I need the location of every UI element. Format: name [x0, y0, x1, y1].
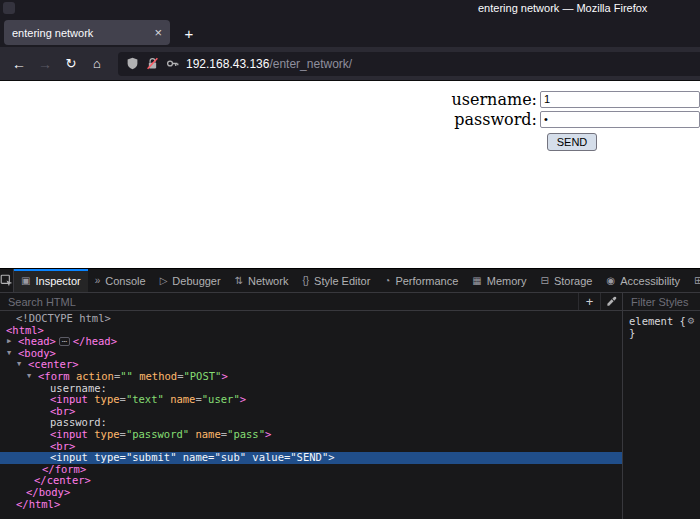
insecure-lock-icon[interactable] — [146, 57, 159, 70]
devtools-tab-label: Performance — [395, 275, 458, 287]
rule-closing-brace: } — [629, 327, 694, 339]
markup-row[interactable]: </form> — [0, 464, 622, 476]
markup-row[interactable]: </center> — [0, 475, 622, 487]
markup-row[interactable]: </html> — [0, 499, 622, 511]
devtools-tab-network[interactable]: ⇅Network — [228, 269, 296, 292]
devtools-tab-debugger[interactable]: ▷Debugger — [153, 269, 228, 292]
filter-styles-box[interactable]: Filter Styles — [623, 293, 700, 310]
markup-token-tag: > — [265, 428, 271, 440]
login-form: username: password: SEND — [444, 89, 700, 151]
password-input[interactable] — [540, 111, 700, 128]
password-label: password: — [454, 110, 537, 129]
inspector-toolbar: Search HTML + Filter Styles — [0, 293, 700, 311]
markup-token-val: "" — [120, 370, 133, 382]
username-input[interactable] — [540, 91, 700, 108]
markup-row[interactable]: <input type="submit" name="sub" value="S… — [0, 452, 622, 464]
markup-token-val: "SEND" — [290, 451, 328, 463]
devtools-tab-label: Inspector — [35, 275, 80, 287]
expander-open-icon[interactable]: ▼ — [7, 348, 11, 360]
key-icon[interactable] — [166, 57, 179, 70]
markup-row[interactable]: ▼<body> — [0, 348, 622, 360]
devtools-tab-application[interactable]: ⊞Application — [687, 269, 700, 292]
accessibility-icon: ◉ — [606, 275, 615, 286]
markup-token-val: "POST" — [183, 370, 221, 382]
markup-token-attr: action — [76, 370, 114, 382]
markup-token-attr: name — [195, 428, 220, 440]
markup-token-attr: type — [94, 393, 119, 405]
inspector-icon: ▣ — [21, 275, 30, 286]
markup-row[interactable]: <!DOCTYPE html> — [0, 313, 622, 325]
application-icon: ⊞ — [694, 275, 700, 286]
add-node-button[interactable]: + — [578, 293, 600, 310]
settings-gear-icon[interactable]: ⚙ — [687, 314, 694, 327]
password-row: password: — [444, 109, 700, 129]
markup-token-ellipsis: ⋯ — [59, 337, 70, 346]
markup-token-tag: > — [240, 393, 246, 405]
devtools-tab-accessibility[interactable]: ◉Accessibility — [599, 269, 687, 292]
devtools-tab-label: Accessibility — [620, 275, 680, 287]
devtools-tab-label: Debugger — [172, 275, 220, 287]
markup-token-tag: </center> — [34, 474, 91, 486]
markup-row[interactable]: </body> — [0, 487, 622, 499]
expander-open-icon[interactable]: ▼ — [17, 359, 21, 371]
markup-token-attr: type — [94, 451, 119, 463]
markup-token-tag: <body> — [18, 347, 56, 359]
markup-token-val: "user" — [202, 393, 240, 405]
devtools-tab-inspector[interactable]: ▣Inspector — [14, 269, 88, 292]
forward-button[interactable]: → — [34, 56, 56, 72]
devtools-tab-performance[interactable]: ◔Performance — [377, 269, 465, 292]
tab-close-icon[interactable]: × — [148, 25, 162, 40]
expander-collapsed-icon[interactable]: ▶ — [7, 336, 11, 348]
markup-token-tag: > — [328, 451, 334, 463]
markup-token-attr: method — [139, 370, 177, 382]
window-titlebar: entering network — Mozilla Firefox — [0, 0, 700, 17]
devtools-tab-console[interactable]: »Console — [88, 269, 153, 292]
markup-token-tag: </head> — [73, 335, 117, 347]
devtools-tab-memory[interactable]: ▦Memory — [465, 269, 533, 292]
network-icon: ⇅ — [235, 275, 243, 286]
devtools-tab-storage[interactable]: ⊟Storage — [534, 269, 600, 292]
markup-token-tag: </html> — [16, 498, 60, 510]
markup-token-tag: <head> — [18, 335, 56, 347]
home-button[interactable]: ⌂ — [86, 56, 108, 71]
browser-tab[interactable]: entering network × — [4, 20, 170, 45]
rule-selector: element { — [629, 315, 694, 327]
markup-row[interactable]: <input type="password" name="pass"> — [0, 429, 622, 441]
markup-token-text: password: — [50, 416, 107, 428]
devtools-tab-label: Style Editor — [314, 275, 370, 287]
url-bar[interactable]: 192.168.43.136/enter_network/ — [118, 52, 700, 76]
url-text: 192.168.43.136/enter_network/ — [186, 57, 352, 71]
markup-tree: <!DOCTYPE html><html>▶<head>⋯</head>▼<bo… — [0, 311, 622, 519]
markup-token-text: username: — [50, 382, 107, 394]
markup-token-val: "password" — [126, 428, 189, 440]
pick-element-button[interactable] — [0, 269, 14, 292]
search-html-placeholder: Search HTML — [0, 296, 578, 308]
eyedropper-button[interactable] — [600, 293, 622, 310]
markup-row[interactable]: ▶<head>⋯</head> — [0, 336, 622, 348]
console-icon: » — [95, 275, 101, 286]
devtools-tab-label: Network — [248, 275, 288, 287]
back-button[interactable]: ← — [8, 56, 30, 72]
markup-row[interactable]: <input type="text" name="user"> — [0, 394, 622, 406]
reload-button[interactable]: ↻ — [60, 56, 82, 71]
markup-token-attr: name — [183, 451, 208, 463]
new-tab-button[interactable]: + — [178, 22, 200, 44]
devtools-panel: ▣Inspector»Console▷Debugger⇅Network{}Sty… — [0, 268, 700, 519]
url-domain: 192.168.43.136 — [186, 57, 269, 71]
shield-icon[interactable] — [126, 57, 139, 70]
window-title: entering network — Mozilla Firefox — [478, 2, 647, 14]
memory-icon: ▦ — [472, 275, 481, 286]
inspector-body: <!DOCTYPE html><html>▶<head>⋯</head>▼<bo… — [0, 311, 700, 519]
submit-row: SEND — [444, 132, 700, 151]
markup-token-tag: <html> — [6, 324, 44, 336]
markup-token-doctype: <!DOCTYPE html> — [16, 312, 111, 324]
navigation-toolbar: ← → ↻ ⌂ 192.168.43.136/enter_networ — [0, 47, 700, 81]
username-row: username: — [444, 89, 700, 109]
markup-token-tag: </body> — [26, 486, 70, 498]
devtools-tab-style-editor[interactable]: {}Style Editor — [295, 269, 377, 292]
devtools-tab-strip: ▣Inspector»Console▷Debugger⇅Network{}Sty… — [14, 269, 700, 292]
firefox-window: entering network — Mozilla Firefox enter… — [0, 0, 700, 519]
search-html-box[interactable]: Search HTML + — [0, 293, 623, 310]
send-button[interactable]: SEND — [547, 133, 598, 151]
expander-open-icon[interactable]: ▼ — [27, 371, 31, 383]
